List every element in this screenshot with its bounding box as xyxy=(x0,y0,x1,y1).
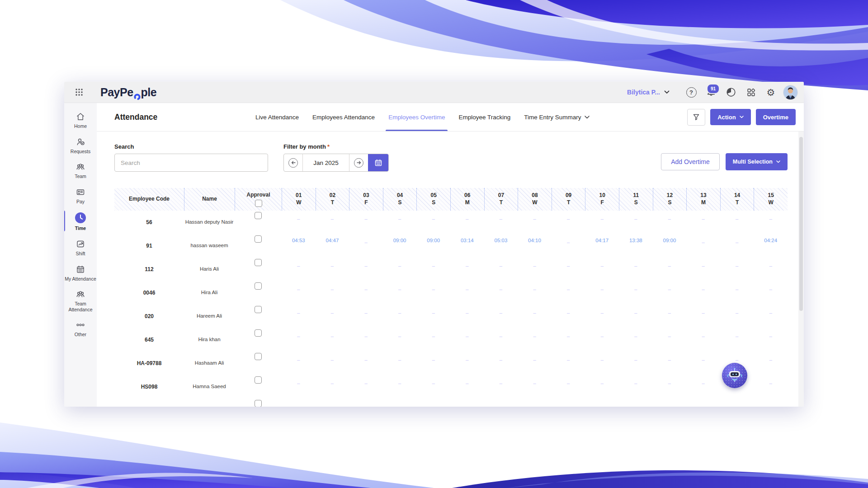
overtime-value-cell: _ xyxy=(383,258,417,281)
sidebar-item-time[interactable]: Time xyxy=(64,208,98,235)
vertical-scrollbar[interactable] xyxy=(798,131,804,407)
sidebar-item-requests[interactable]: Requests xyxy=(64,133,98,158)
tab-employee-tracking[interactable]: Employee Tracking xyxy=(458,103,510,131)
employee-name-cell: Hareem Ali xyxy=(184,305,235,328)
overtime-value-cell: _ xyxy=(416,258,450,281)
day-of-week: S xyxy=(668,199,671,206)
overtime-value-cell: _ xyxy=(619,352,653,375)
day-of-week: T xyxy=(331,199,334,206)
secondary-nav: Attendance Live Attendance Employees Att… xyxy=(97,103,804,131)
row-approval-checkbox[interactable] xyxy=(255,212,262,219)
row-approval-checkbox[interactable] xyxy=(255,400,262,407)
help-icon[interactable]: ? xyxy=(681,83,701,101)
select-all-checkbox[interactable] xyxy=(255,200,262,207)
column-header-day: 07 T xyxy=(484,188,518,211)
overtime-value-cell: 04:53 xyxy=(282,234,316,258)
day-number: 12 xyxy=(667,192,673,199)
day-of-week: W xyxy=(296,199,301,206)
home-icon xyxy=(75,112,85,122)
overtime-value-cell: _ xyxy=(552,281,585,305)
add-overtime-button[interactable]: Add Overtime xyxy=(661,153,720,170)
content-area: Search Filter by month* Jan 2025 xyxy=(97,131,804,407)
column-header-day: 09 T xyxy=(552,188,585,211)
row-approval-checkbox[interactable] xyxy=(255,376,262,384)
chatbot-button[interactable] xyxy=(722,363,747,388)
paypeople-logo: PayPe ple xyxy=(100,86,156,99)
next-month-button[interactable] xyxy=(349,154,368,171)
shift-icon xyxy=(75,239,85,249)
overtime-value-cell: 03:14 xyxy=(450,234,484,258)
overtime-value-cell: _ xyxy=(383,375,417,399)
row-approval-checkbox[interactable] xyxy=(255,329,262,337)
overtime-value-cell: _ xyxy=(450,211,484,234)
approval-cell xyxy=(235,281,282,305)
tab-live-attendance[interactable]: Live Attendance xyxy=(255,103,299,131)
tab-employees-attendance[interactable]: Employees Attendance xyxy=(312,103,375,131)
time-icon xyxy=(75,212,86,224)
overtime-value-cell: _ xyxy=(518,375,552,399)
overtime-value-cell: _ xyxy=(720,211,754,234)
overtime-value-cell: 09:00 xyxy=(653,234,687,258)
sidebar-item-team[interactable]: Team xyxy=(64,158,98,183)
notifications-bell-icon[interactable]: 91 xyxy=(701,83,721,101)
overtime-value-cell: _ xyxy=(316,328,349,352)
table-row: 645 Hira khan _______________ xyxy=(114,328,788,352)
calendar-button[interactable] xyxy=(368,154,388,171)
overtime-button[interactable]: Overtime xyxy=(756,109,796,125)
employee-code-cell: 112 xyxy=(114,258,184,281)
column-header-day: 13 M xyxy=(686,188,720,211)
row-approval-checkbox[interactable] xyxy=(255,306,262,313)
day-of-week: W xyxy=(532,199,537,206)
sidebar-item-home[interactable]: Home xyxy=(64,108,98,133)
action-button[interactable]: Action xyxy=(710,109,750,125)
table-row: _______________ xyxy=(114,399,788,407)
overtime-value-cell: _ xyxy=(653,305,687,328)
tab-employees-overtime[interactable]: Employees Overtime xyxy=(388,103,445,131)
overtime-value-cell: _ xyxy=(282,305,316,328)
month-value[interactable]: Jan 2025 xyxy=(303,154,349,171)
page-title: Attendance xyxy=(114,113,157,122)
sidebar-item-team-attendance[interactable]: Team Attendance xyxy=(64,285,98,316)
row-approval-checkbox[interactable] xyxy=(255,259,262,266)
overtime-value-cell: _ xyxy=(686,399,720,407)
month-label-text: Filter by month xyxy=(283,143,326,150)
avatar[interactable] xyxy=(783,85,797,99)
sidebar-item-other[interactable]: Other xyxy=(64,316,98,341)
column-header-day: 05 S xyxy=(416,188,450,211)
overtime-value-cell: _ xyxy=(518,352,552,375)
sidebar-item-pay[interactable]: Pay xyxy=(64,183,98,208)
previous-month-button[interactable] xyxy=(284,154,303,171)
sidebar-item-my-attendance[interactable]: My Attendance xyxy=(64,260,98,286)
employee-code-cell: 56 xyxy=(114,211,184,234)
overtime-value-cell: 09:00 xyxy=(416,234,450,258)
day-number: 04 xyxy=(397,192,403,199)
team-icon xyxy=(75,162,85,172)
day-number: 03 xyxy=(363,192,369,199)
robot-icon xyxy=(726,366,744,385)
tab-time-entry-summary[interactable]: Time Entry Summary xyxy=(524,103,589,131)
day-of-week: M xyxy=(701,199,706,206)
overtime-value-cell: 09:00 xyxy=(383,234,417,258)
account-switcher[interactable]: Bilytica P... xyxy=(627,89,670,96)
overtime-value-cell: _ xyxy=(383,305,417,328)
row-approval-checkbox[interactable] xyxy=(255,282,262,290)
overtime-value-cell: _ xyxy=(653,211,687,234)
overtime-value-cell: _ xyxy=(282,211,316,234)
sidebar-item-shift[interactable]: Shift xyxy=(64,235,98,260)
usage-pie-icon[interactable] xyxy=(721,83,741,101)
row-approval-checkbox[interactable] xyxy=(255,235,262,243)
overtime-value-cell: _ xyxy=(383,399,417,407)
overtime-value-cell: _ xyxy=(619,305,653,328)
logo-text-prefix: PayPe xyxy=(100,86,133,99)
employee-name-cell: Haris Ali xyxy=(184,258,235,281)
apps-icon[interactable] xyxy=(741,83,761,101)
search-input[interactable] xyxy=(114,154,268,172)
overtime-value-cell: _ xyxy=(552,375,585,399)
waffle-icon[interactable] xyxy=(74,87,84,97)
filter-button[interactable] xyxy=(687,109,705,126)
row-approval-checkbox[interactable] xyxy=(255,353,262,360)
sidebar: Home Requests Team Pay Time Shift xyxy=(64,103,97,407)
gear-icon[interactable]: ⚙ xyxy=(761,83,781,101)
multi-selection-button[interactable]: Multi Selection xyxy=(726,153,788,170)
scrollbar-thumb[interactable] xyxy=(799,137,803,311)
